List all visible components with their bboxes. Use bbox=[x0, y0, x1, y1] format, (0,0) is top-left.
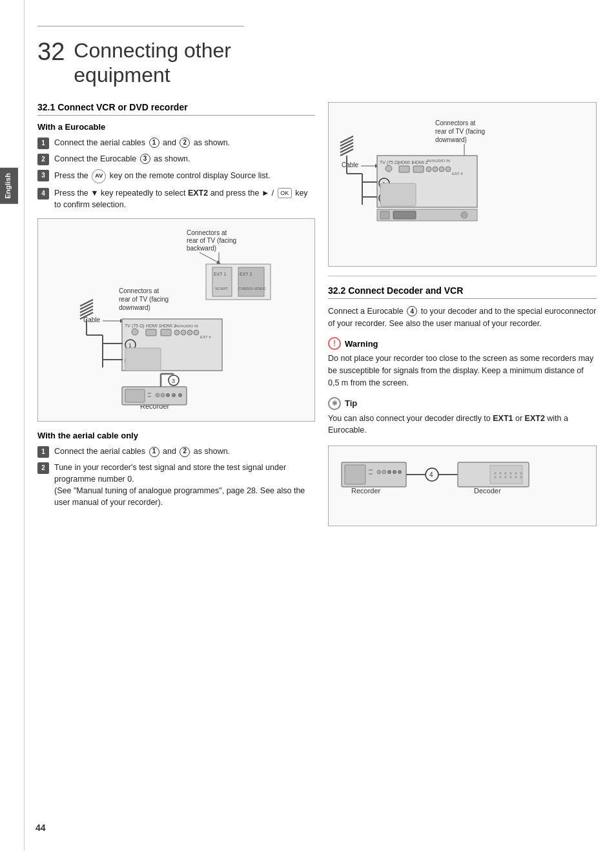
step-text-a1: Connect the aerial cables 1 and 2 as sho… bbox=[54, 446, 315, 457]
step-num-1: 1 bbox=[37, 138, 49, 149]
svg-point-114 bbox=[499, 472, 502, 475]
page-container: English 32 Connecting otherequipment 32.… bbox=[0, 0, 616, 851]
svg-point-101 bbox=[377, 470, 381, 474]
svg-point-54 bbox=[167, 394, 170, 397]
svg-point-55 bbox=[172, 394, 176, 397]
svg-text:downward): downward) bbox=[119, 304, 150, 311]
svg-rect-23 bbox=[161, 329, 171, 336]
svg-text:3: 3 bbox=[172, 378, 175, 384]
svg-point-103 bbox=[388, 471, 391, 474]
svg-text:Cable: Cable bbox=[83, 316, 101, 323]
eurocable-subheading: With a Eurocable bbox=[37, 122, 315, 132]
svg-text:HDMI 2: HDMI 2 bbox=[161, 323, 176, 328]
svg-point-27 bbox=[187, 330, 192, 335]
svg-point-122 bbox=[509, 476, 512, 478]
main-content: 32 Connecting otherequipment 32.1 Connec… bbox=[25, 0, 616, 851]
warning-title: ! Warning bbox=[328, 337, 597, 350]
divider-line-1 bbox=[328, 276, 597, 276]
svg-rect-69 bbox=[399, 166, 409, 172]
svg-text:HDMI 1: HDMI 1 bbox=[398, 160, 414, 165]
svg-point-25 bbox=[174, 330, 180, 335]
svg-text:Recorder: Recorder bbox=[351, 487, 381, 495]
top-rule bbox=[37, 26, 244, 26]
svg-point-124 bbox=[520, 476, 522, 478]
svg-line-44 bbox=[80, 303, 93, 309]
svg-point-113 bbox=[494, 472, 497, 475]
svg-text:EXT 2: EXT 2 bbox=[240, 272, 252, 276]
two-col-layout: 32.1 Connect VCR or DVD recorder With a … bbox=[37, 102, 597, 825]
left-column: 32.1 Connect VCR or DVD recorder With a … bbox=[37, 102, 315, 825]
step-text-4: Press the ▼ key repeatedly to select EXT… bbox=[54, 187, 315, 210]
diagram-lower-left: Connectors at rear of TV (facing backwar… bbox=[37, 218, 315, 422]
sidebar: English bbox=[0, 0, 25, 851]
svg-point-76 bbox=[446, 167, 451, 172]
section-1-heading: 32.1 Connect VCR or DVD recorder bbox=[37, 102, 315, 116]
svg-point-121 bbox=[504, 476, 507, 478]
svg-point-74 bbox=[433, 167, 438, 172]
svg-rect-112 bbox=[490, 466, 522, 484]
svg-text:Connectors at: Connectors at bbox=[435, 119, 475, 127]
step-num-2: 2 bbox=[37, 154, 49, 165]
diagram-lower-right-svg: Recorder 4 bbox=[335, 453, 535, 517]
aerial-steps: 1 Connect the aerial cables 1 and 2 as s… bbox=[37, 446, 315, 509]
step-num-a2: 2 bbox=[37, 462, 49, 474]
svg-line-45 bbox=[80, 300, 93, 306]
svg-rect-92 bbox=[380, 183, 416, 206]
svg-text:EXT 4: EXT 4 bbox=[200, 335, 211, 339]
svg-point-52 bbox=[156, 393, 159, 397]
chapter-number: 32 bbox=[37, 38, 65, 66]
svg-line-90 bbox=[340, 139, 353, 146]
warning-icon: ! bbox=[328, 337, 341, 350]
step-text-a2: Tune in your recorder's test signal and … bbox=[54, 462, 315, 509]
svg-point-26 bbox=[181, 330, 186, 335]
step-item: 3 Press the AV key on the remote control… bbox=[37, 169, 315, 183]
svg-text:HDMI 2: HDMI 2 bbox=[413, 160, 428, 165]
step-text-3: Press the AV key on the remote control d… bbox=[54, 169, 315, 183]
tip-block: ✱ Tip You can also connect your decoder … bbox=[328, 397, 597, 437]
svg-text:Cable: Cable bbox=[342, 161, 359, 169]
svg-point-119 bbox=[494, 476, 497, 478]
page-number: 44 bbox=[36, 823, 46, 833]
aerial-subheading: With the aerial cable only bbox=[37, 431, 315, 440]
step-num-a1: 1 bbox=[37, 446, 49, 458]
chapter-title-block: 32 Connecting otherequipment bbox=[37, 38, 597, 88]
svg-text:TV (75 Ω): TV (75 Ω) bbox=[380, 160, 400, 165]
svg-line-88 bbox=[340, 146, 353, 152]
svg-point-75 bbox=[439, 167, 444, 172]
svg-point-53 bbox=[161, 393, 165, 397]
svg-text:CVBS/S-VIDEO: CVBS/S-VIDEO bbox=[238, 287, 266, 291]
svg-text:AV/AUDIO IN: AV/AUDIO IN bbox=[175, 324, 198, 328]
svg-rect-71 bbox=[413, 166, 424, 172]
svg-text:SCART: SCART bbox=[215, 287, 229, 291]
svg-point-56 bbox=[179, 394, 182, 397]
step-text-2: Connect the Eurocable 3 as shown. bbox=[54, 153, 315, 165]
tip-icon: ✱ bbox=[328, 397, 341, 410]
tip-title: ✱ Tip bbox=[328, 397, 597, 410]
svg-point-115 bbox=[504, 472, 507, 475]
step-num-4: 4 bbox=[37, 188, 49, 200]
svg-text:TV (75 Ω): TV (75 Ω) bbox=[125, 323, 145, 329]
svg-text:EXT 4: EXT 4 bbox=[452, 172, 463, 176]
svg-point-28 bbox=[194, 330, 199, 335]
right-column: Cable Connectors at rear of TV (facing d… bbox=[328, 102, 597, 825]
diagram-lower-left-svg: Connectors at rear of TV (facing backwar… bbox=[45, 225, 290, 413]
step-num-3: 3 bbox=[37, 170, 49, 181]
warning-text: Do not place your recorder too close to … bbox=[328, 353, 597, 389]
svg-point-116 bbox=[509, 472, 512, 475]
step-text-1: Connect the aerial cables 1 and 2 as sho… bbox=[54, 137, 315, 149]
eurocable-steps: 1 Connect the aerial cables 1 and 2 as s… bbox=[37, 137, 315, 210]
diagram-upper-right: Cable Connectors at rear of TV (facing d… bbox=[328, 102, 597, 267]
svg-point-123 bbox=[515, 476, 517, 478]
svg-text:rear of TV (facing: rear of TV (facing bbox=[119, 296, 169, 303]
svg-text:HDMI 1: HDMI 1 bbox=[146, 323, 161, 328]
svg-point-67 bbox=[385, 165, 392, 172]
svg-point-104 bbox=[393, 471, 396, 474]
section-2-heading: 32.2 Connect Decoder and VCR bbox=[328, 285, 597, 299]
svg-rect-94 bbox=[393, 211, 416, 219]
diagram-upper-right-svg: Cable Connectors at rear of TV (facing d… bbox=[335, 109, 535, 258]
svg-text:4: 4 bbox=[429, 471, 433, 478]
svg-line-91 bbox=[340, 136, 353, 143]
sidebar-language-label: English bbox=[0, 168, 18, 204]
svg-point-118 bbox=[520, 472, 522, 475]
svg-point-117 bbox=[515, 472, 517, 475]
